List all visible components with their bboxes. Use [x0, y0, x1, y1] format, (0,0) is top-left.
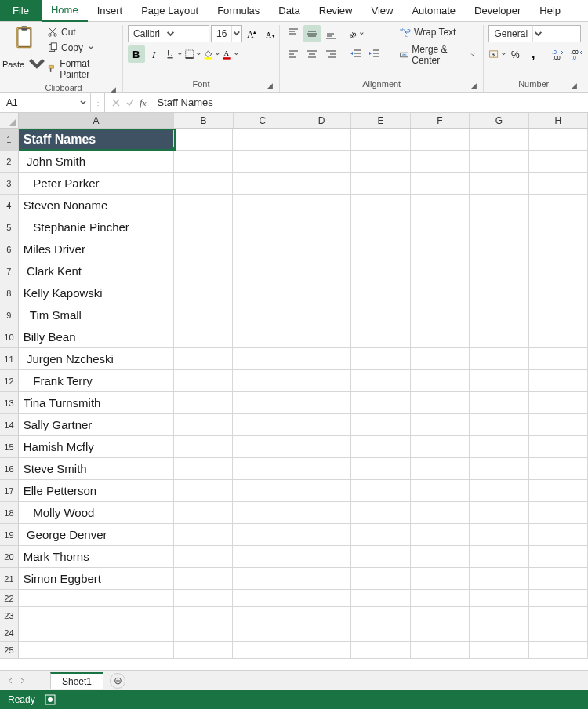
cell[interactable] [529, 304, 588, 326]
copy-button[interactable]: Copy [44, 41, 118, 55]
wrap-text-button[interactable]: abc Wrap Text [397, 25, 479, 39]
cell[interactable] [529, 392, 588, 414]
cell[interactable] [351, 436, 410, 458]
orientation-button[interactable]: ab [347, 25, 365, 42]
cell[interactable] [292, 195, 351, 216]
cell[interactable] [411, 568, 470, 590]
col-header-F[interactable]: F [411, 113, 470, 128]
cell[interactable] [174, 304, 233, 326]
cell[interactable] [233, 458, 292, 480]
cell[interactable] [529, 480, 588, 502]
cell[interactable] [529, 458, 588, 480]
cell[interactable] [233, 524, 292, 546]
cell-A5[interactable]: Stephanie Pincher [19, 216, 174, 238]
cell-A17[interactable]: Elle Petterson [19, 480, 174, 502]
cell[interactable] [351, 590, 410, 607]
increase-indent-button[interactable] [366, 45, 383, 63]
cell[interactable] [529, 436, 588, 458]
new-sheet-button[interactable]: ⊕ [110, 673, 125, 689]
cell[interactable] [351, 260, 410, 282]
col-header-A[interactable]: A [19, 113, 174, 128]
cell[interactable] [292, 524, 351, 546]
namebox-expand[interactable]: ⋮ [91, 93, 105, 112]
cell[interactable] [411, 480, 470, 502]
tab-review[interactable]: Review [310, 0, 362, 21]
row-header[interactable]: 13 [0, 392, 19, 414]
cell-A24[interactable] [19, 624, 174, 642]
cell[interactable] [174, 502, 233, 524]
cell[interactable] [411, 414, 470, 436]
cell[interactable] [411, 624, 470, 642]
cell[interactable] [174, 414, 233, 436]
cell[interactable] [529, 642, 588, 659]
cell[interactable] [529, 370, 588, 392]
cell[interactable] [233, 624, 292, 642]
cell[interactable] [470, 195, 528, 216]
cell[interactable] [292, 480, 351, 502]
alignment-launcher[interactable]: ◢ [469, 81, 478, 90]
cell[interactable] [174, 524, 233, 546]
tab-formulas[interactable]: Formulas [208, 0, 269, 21]
cell[interactable] [174, 624, 233, 642]
cell[interactable] [292, 348, 351, 370]
cell[interactable] [411, 326, 470, 348]
row-header[interactable]: 2 [0, 151, 19, 173]
cell[interactable] [470, 392, 528, 414]
fill-color-button[interactable] [203, 45, 220, 63]
cell[interactable] [292, 173, 351, 195]
tab-file[interactable]: File [0, 0, 42, 21]
cell[interactable] [174, 480, 233, 502]
tab-view[interactable]: View [361, 0, 402, 21]
col-header-H[interactable]: H [529, 113, 588, 128]
cell[interactable] [529, 624, 588, 642]
cell[interactable] [470, 370, 528, 392]
cell[interactable] [174, 282, 233, 304]
cell[interactable] [411, 282, 470, 304]
fx-icon[interactable]: fx [140, 96, 146, 109]
format-painter-button[interactable]: Format Painter [44, 56, 118, 82]
font-color-button[interactable]: A [222, 45, 239, 63]
row-header[interactable]: 11 [0, 348, 19, 370]
cell[interactable] [351, 624, 410, 642]
cell[interactable] [351, 151, 410, 173]
tab-home[interactable]: Home [42, 0, 88, 22]
cell[interactable] [470, 216, 528, 238]
cell[interactable] [470, 524, 528, 546]
cell[interactable] [233, 216, 292, 238]
tab-automate[interactable]: Automate [402, 0, 465, 21]
cell[interactable] [529, 414, 588, 436]
cell[interactable] [174, 260, 233, 282]
row-header[interactable]: 23 [0, 607, 19, 624]
cell[interactable] [411, 392, 470, 414]
cell[interactable] [174, 642, 233, 659]
row-header[interactable]: 8 [0, 282, 19, 304]
cell[interactable] [233, 546, 292, 568]
cell[interactable] [292, 260, 351, 282]
cell[interactable] [529, 546, 588, 568]
row-header[interactable]: 1 [0, 129, 19, 151]
cell[interactable] [411, 348, 470, 370]
tab-insert[interactable]: Insert [88, 0, 132, 21]
cell[interactable] [470, 458, 528, 480]
cell[interactable] [351, 195, 410, 216]
cell-A1[interactable]: Staff Names [19, 129, 174, 151]
cell[interactable] [470, 326, 528, 348]
cell[interactable] [233, 173, 292, 195]
cell[interactable] [411, 370, 470, 392]
cell-A21[interactable]: Simon Eggbert [19, 568, 174, 590]
cell-A18[interactable]: Molly Wood [19, 502, 174, 524]
sheet-next-button[interactable] [17, 675, 28, 686]
cell[interactable] [529, 502, 588, 524]
cell[interactable] [411, 546, 470, 568]
cell[interactable] [233, 480, 292, 502]
cell[interactable] [470, 568, 528, 590]
cell[interactable] [470, 129, 528, 151]
cell[interactable] [292, 624, 351, 642]
cell[interactable] [351, 304, 410, 326]
cell[interactable] [470, 436, 528, 458]
cell[interactable] [292, 216, 351, 238]
macro-record-icon[interactable] [45, 694, 56, 705]
cell-A3[interactable]: Peter Parker [19, 173, 174, 195]
row-header[interactable]: 16 [0, 458, 19, 480]
cut-button[interactable]: Cut [44, 25, 118, 39]
